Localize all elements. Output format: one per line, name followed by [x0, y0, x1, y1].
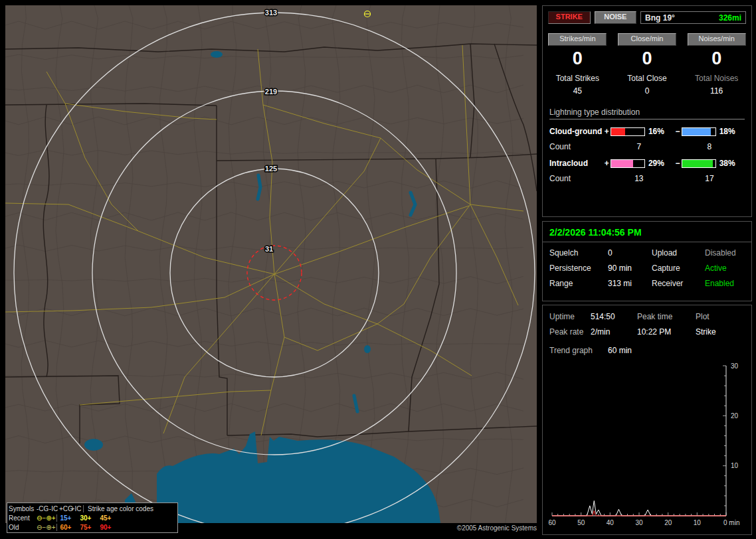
- legend-col-pos-cg: +CG: [59, 505, 70, 512]
- count-label: Count: [549, 174, 604, 183]
- cloud-ground-label: Cloud-ground: [549, 127, 603, 136]
- upload-label: Upload: [652, 248, 705, 258]
- squelch-value: 0: [608, 248, 652, 258]
- strikes-per-min-button[interactable]: Strikes/min: [548, 33, 607, 46]
- legend-header-row: Symbols -CG -IC +CG +IC Strike age color…: [9, 504, 176, 513]
- plus-icon: +: [52, 524, 56, 531]
- ic-plus-pct: 29%: [645, 159, 674, 168]
- cg-plus-pct: 16%: [645, 127, 674, 136]
- status-row: Range 313 mi Receiver Enabled: [543, 279, 751, 288]
- distribution-title: Lightning type distribution: [549, 108, 745, 119]
- strike-mode-button[interactable]: STRIKE: [548, 11, 591, 24]
- svg-text:0 min: 0 min: [723, 519, 739, 526]
- legend-old-row: Old ⊖−⊕+ 60+ 75+ 90+: [9, 522, 176, 532]
- svg-text:30: 30: [731, 362, 739, 370]
- legend-recent-symbols: ⊖−⊕+: [37, 514, 55, 522]
- plot-label: Plot: [696, 312, 709, 321]
- trend-graph: 6050403020100 min102030: [547, 362, 746, 529]
- legend-col-neg-ic: -IC: [48, 505, 59, 512]
- uptime-value: 514:50: [591, 312, 637, 321]
- legend-symbols-header: Symbols: [9, 505, 37, 512]
- age-code: 90+: [100, 524, 120, 531]
- range-label: Range: [549, 279, 608, 288]
- status-row: Persistence 90 min Capture Active: [543, 264, 751, 273]
- age-code: 60+: [60, 524, 80, 531]
- map-canvas[interactable]: 313 219 125 31: [5, 5, 537, 523]
- peak-time-value: 10:22 PM: [637, 327, 696, 337]
- plot-value: Strike: [696, 327, 716, 337]
- capture-label: Capture: [652, 264, 705, 273]
- minus-sign: −: [674, 127, 682, 136]
- close-per-min-button[interactable]: Close/min: [618, 33, 676, 46]
- legend-recent-ages: 15+ 30+ 45+: [56, 514, 176, 522]
- svg-text:20: 20: [664, 519, 672, 526]
- total-strikes-label: Total Strikes: [556, 74, 599, 83]
- trend-graph-container: 6050403020100 min102030: [543, 362, 751, 531]
- noises-per-min-value: 0: [711, 49, 721, 68]
- cg-plus-count: 7: [604, 142, 674, 151]
- plus-sign: +: [603, 127, 611, 136]
- bearing-label: Bng 19°: [645, 13, 675, 23]
- legend-age-header: Strike age color codes: [83, 505, 176, 512]
- svg-text:10: 10: [694, 519, 702, 526]
- age-code: 30+: [80, 514, 100, 522]
- ring-label-219: 219: [265, 88, 277, 96]
- ring-label-313: 313: [265, 9, 277, 17]
- persistence-value: 90 min: [608, 264, 652, 273]
- total-noises-value: 116: [710, 86, 723, 96]
- lightning-type-distribution: Lightning type distribution Cloud-ground…: [543, 108, 751, 183]
- legend-recent-row: Recent ⊖−⊕+ 15+ 30+ 45+: [9, 513, 176, 522]
- cloud-ground-row: Cloud-ground + 16% − 18%: [549, 127, 745, 136]
- svg-text:40: 40: [607, 519, 614, 526]
- status-panel: 2/2/2026 11:04:56 PM Squelch 0 Upload Di…: [542, 221, 752, 301]
- noises-counter: Noises/min 0 Total Noises 116: [682, 33, 751, 96]
- close-counter: Close/min 0 Total Close 0: [613, 33, 682, 96]
- trend-graph-row: Trend graph 60 min: [543, 346, 751, 355]
- plus-icon: +: [52, 514, 56, 522]
- noises-per-min-button[interactable]: Noises/min: [688, 33, 746, 46]
- legend-col-pos-ic: +IC: [70, 505, 82, 512]
- map-area: 313 219 125 31: [5, 5, 537, 523]
- ring-label-125: 125: [265, 165, 277, 173]
- cloud-ground-count-row: Count 7 8: [549, 142, 745, 151]
- mode-header-row: STRIKE NOISE Bng 19° 326mi: [543, 6, 751, 24]
- strike-summary-panel: STRIKE NOISE Bng 19° 326mi Strikes/min 0…: [542, 5, 752, 217]
- bearing-display: Bng 19° 326mi: [640, 11, 746, 24]
- datetime-display: 2/2/2026 11:04:56 PM: [543, 222, 751, 242]
- peak-time-label: Peak time: [637, 312, 696, 321]
- total-strikes-value: 45: [573, 86, 582, 96]
- circle-plus-icon: ⊕: [46, 524, 51, 531]
- persistence-label: Persistence: [549, 264, 608, 273]
- peak-rate-value: 2/min: [591, 327, 637, 337]
- cg-minus-pct: 18%: [716, 127, 745, 136]
- legend-old-symbols: ⊖−⊕+: [37, 524, 55, 531]
- intracloud-label: Intracloud: [549, 159, 603, 168]
- peak-rate-label: Peak rate: [549, 327, 591, 337]
- legend-col-neg-cg: -CG: [37, 505, 48, 512]
- plus-sign: +: [603, 159, 611, 168]
- trend-window-value: 60 min: [608, 346, 632, 355]
- close-per-min-value: 0: [642, 49, 652, 68]
- count-label: Count: [549, 142, 604, 151]
- svg-text:10: 10: [731, 462, 739, 469]
- total-close-label: Total Close: [627, 74, 666, 83]
- trend-panel: Uptime 514:50 Peak time Plot Peak rate 2…: [542, 305, 752, 535]
- circle-plus-icon: ⊕: [46, 514, 51, 522]
- noise-mode-button[interactable]: NOISE: [595, 11, 637, 24]
- total-close-value: 0: [645, 86, 650, 96]
- svg-text:20: 20: [731, 412, 739, 420]
- legend-recent-label: Recent: [9, 514, 37, 522]
- age-code: 75+: [80, 524, 100, 531]
- total-noises-label: Total Noises: [695, 74, 738, 83]
- rate-counters: Strikes/min 0 Total Strikes 45 Close/min…: [543, 33, 751, 96]
- svg-text:30: 30: [635, 519, 643, 526]
- squelch-label: Squelch: [549, 248, 608, 258]
- svg-text:60: 60: [548, 519, 556, 526]
- minus-sign: −: [674, 159, 682, 168]
- age-code: 45+: [100, 514, 120, 522]
- cg-minus-bar: [682, 127, 716, 136]
- upload-status: Disabled: [705, 248, 736, 258]
- uptime-row: Uptime 514:50 Peak time Plot: [543, 312, 751, 321]
- bearing-range-value: 326mi: [719, 13, 741, 23]
- ic-minus-count: 17: [674, 174, 745, 183]
